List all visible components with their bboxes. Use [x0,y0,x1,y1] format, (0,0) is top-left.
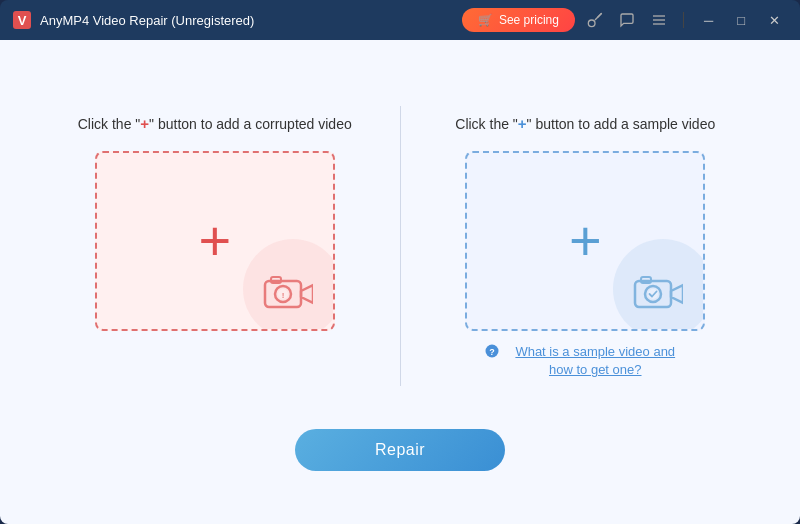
titlebar-divider [683,12,684,28]
sample-video-dropzone[interactable]: + [465,151,705,331]
svg-text:V: V [18,13,27,28]
app-title: AnyMP4 Video Repair (Unregistered) [40,13,462,28]
cart-icon: 🛒 [478,13,493,27]
sample-video-label: Click the "+" button to add a sample vid… [455,113,715,135]
corrupted-video-label: Click the "+" button to add a corrupted … [78,113,352,135]
upload-area: Click the "+" button to add a corrupted … [40,93,760,399]
question-circle-icon: ? [485,344,499,364]
maximize-button[interactable]: □ [729,9,753,32]
sample-camera-icon [631,271,683,311]
svg-text:?: ? [490,347,496,357]
chat-icon-button[interactable] [615,8,639,32]
see-pricing-button[interactable]: 🛒 See pricing [462,8,575,32]
sample-video-help-link[interactable]: ? What is a sample video and how to get … [485,343,685,379]
titlebar-actions: 🛒 See pricing [462,8,788,32]
app-window: V AnyMP4 Video Repair (Unregistered) 🛒 S… [0,0,800,524]
corrupted-plus-indicator: + [140,115,149,132]
menu-icon-button[interactable] [647,8,671,32]
app-logo: V [12,10,32,30]
corrupted-video-panel: Click the "+" button to add a corrupted … [40,93,390,351]
repair-button[interactable]: Repair [295,429,505,471]
add-corrupted-icon: + [198,213,231,269]
panel-divider [400,106,401,386]
sample-video-panel: Click the "+" button to add a sample vid… [411,93,761,399]
help-link-text: What is a sample video and how to get on… [505,343,685,379]
corrupted-video-dropzone[interactable]: + ! [95,151,335,331]
sample-plus-indicator: + [518,115,527,132]
close-button[interactable]: ✕ [761,9,788,32]
svg-point-2 [588,20,595,27]
add-sample-icon: + [569,213,602,269]
key-icon-button[interactable] [583,8,607,32]
main-content: Click the "+" button to add a corrupted … [0,40,800,524]
minimize-button[interactable]: ─ [696,9,721,32]
titlebar: V AnyMP4 Video Repair (Unregistered) 🛒 S… [0,0,800,40]
see-pricing-label: See pricing [499,13,559,27]
svg-text:!: ! [281,291,284,300]
corrupted-camera-icon: ! [261,271,313,311]
repair-button-container: Repair [20,429,780,471]
